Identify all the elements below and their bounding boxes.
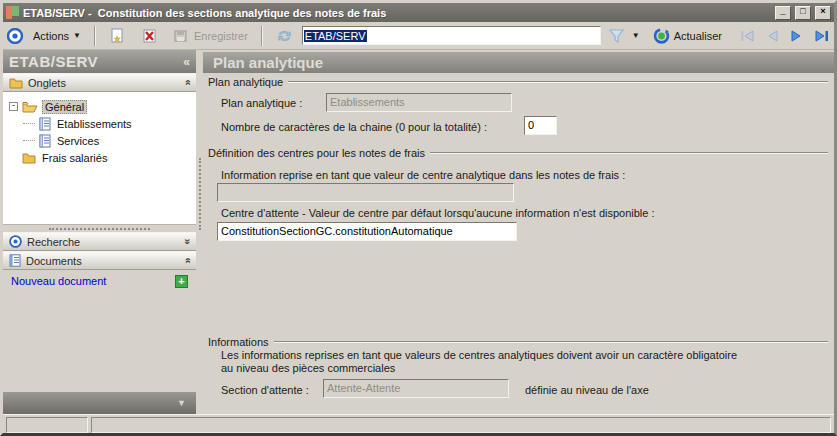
plan-analytique-label: Plan analytique :: [221, 97, 302, 109]
document-icon: [9, 254, 21, 267]
nb-caracteres-field[interactable]: 0: [524, 116, 557, 135]
new-document-icon: [109, 28, 126, 44]
expand-down-icon: »: [181, 238, 192, 244]
panel-header-documents[interactable]: Documents »: [3, 251, 196, 270]
sidebar: ETAB/SERV « Onglets » - Général: [3, 50, 196, 414]
status-panel-left: [6, 417, 88, 433]
sidebar-header: ETAB/SERV «: [3, 50, 196, 73]
sync-arrows-icon: [276, 28, 293, 44]
section-attente-field: Attente-Attente: [323, 379, 509, 398]
combo-selected-text: ETAB/SERV: [304, 30, 367, 42]
delete-icon: [141, 28, 158, 44]
new-document-button[interactable]: [103, 25, 132, 47]
open-folder-icon: [22, 100, 38, 113]
status-panel-right: [91, 417, 831, 433]
nb-caracteres-label: Nombre de caractères de la chaine (0 pou…: [221, 121, 487, 133]
tree-expander-icon[interactable]: -: [9, 102, 18, 111]
nav-previous-icon[interactable]: [764, 29, 780, 43]
informations-note-line2: au niveau des pièces commerciales: [221, 362, 395, 374]
centre-attente-field[interactable]: ConstitutionSectionGC.constitutionAutoma…: [217, 222, 517, 241]
save-icon: [173, 28, 190, 44]
footer-down-arrow-icon: ▼: [177, 398, 186, 408]
document-icon: [39, 117, 51, 131]
bullseye-icon: [9, 235, 22, 248]
nav-next-icon[interactable]: [789, 29, 805, 43]
nav-first-icon[interactable]: [739, 29, 755, 43]
toolbar-separator: [261, 26, 263, 46]
onglets-tree: - Général Etablissements: [3, 92, 196, 225]
sidebar-horizontal-splitter[interactable]: [3, 225, 196, 232]
window-title: ETAB/SERV - Constitution des sections an…: [23, 7, 771, 19]
group-centres-legend: Définition des centres pour les notes de…: [208, 147, 828, 159]
collapse-up-icon: »: [181, 79, 192, 85]
main-toolbar: Actions ▼ Enregistrer ETAB/SER: [3, 22, 834, 50]
nouveau-document-link[interactable]: Nouveau document: [11, 275, 175, 287]
folder-icon: [22, 152, 36, 164]
sidebar-collapse-icon[interactable]: «: [183, 55, 190, 69]
status-bar: [3, 414, 834, 436]
section-attente-label: Section d'attente :: [221, 384, 309, 396]
plan-analytique-field: Etablissements: [326, 93, 512, 112]
app-icon: [6, 6, 19, 19]
tree-node-frais-salaries[interactable]: Frais salariés: [9, 149, 194, 166]
page-title-bar: Plan analytique: [203, 52, 834, 73]
filter-icon[interactable]: [608, 28, 625, 44]
context-combo-input[interactable]: ETAB/SERV: [302, 26, 601, 45]
toolbar-separator: [94, 26, 96, 46]
refresh-pair-button[interactable]: [270, 25, 299, 47]
tree-connector: [23, 123, 35, 124]
maximize-button[interactable]: □: [795, 6, 811, 20]
bullseye-icon: [7, 28, 24, 44]
centre-attente-label: Centre d'attente - Valeur de centre par …: [221, 207, 655, 219]
information-reprise-label: Information reprise en tant que valeur d…: [221, 169, 625, 181]
group-informations-legend: Informations: [208, 336, 828, 348]
actions-caret-icon: ▼: [73, 31, 81, 40]
delete-button[interactable]: [135, 25, 164, 47]
information-reprise-field: [217, 183, 514, 202]
informations-note-line1: Les informations reprises en tant que va…: [221, 349, 737, 361]
group-plan-legend: Plan analytique: [208, 76, 828, 88]
section-attente-suffix: définie au niveau de l'axe: [525, 384, 649, 396]
collapse-up-icon: »: [181, 257, 192, 263]
tree-node-etablissements[interactable]: Etablissements: [23, 115, 194, 132]
close-button[interactable]: ×: [815, 6, 831, 20]
nouveau-document-row: Nouveau document +: [3, 270, 196, 292]
tree-node-services[interactable]: Services: [23, 132, 194, 149]
folder-icon: [9, 77, 23, 89]
save-button[interactable]: Enregistrer: [167, 25, 254, 47]
add-document-icon[interactable]: +: [175, 275, 188, 288]
sidebar-footer-bar[interactable]: ▼: [3, 392, 196, 414]
app-window: ETAB/SERV - Constitution des sections an…: [0, 0, 837, 436]
main-panel: Plan analytique Plan analytique Plan ana…: [203, 50, 834, 414]
nav-last-icon[interactable]: [814, 29, 830, 43]
document-icon: [39, 134, 51, 148]
actualiser-icon: [653, 28, 670, 44]
panel-header-onglets[interactable]: Onglets »: [3, 73, 196, 92]
minimize-button[interactable]: _: [775, 6, 791, 20]
vertical-splitter[interactable]: [196, 50, 203, 414]
title-bar: ETAB/SERV - Constitution des sections an…: [3, 3, 834, 22]
page-title: Plan analytique: [213, 54, 323, 71]
actions-button[interactable]: Actions ▼: [27, 27, 87, 45]
record-navigation: [739, 29, 830, 43]
sidebar-title: ETAB/SERV: [9, 53, 183, 70]
actualiser-button[interactable]: Actualiser: [647, 25, 728, 47]
tree-node-general[interactable]: - Général: [9, 98, 194, 115]
tree-connector: [23, 140, 35, 141]
form-area: Plan analytique Plan analytique : Etabli…: [203, 73, 834, 414]
filter-caret-icon[interactable]: ▼: [632, 31, 640, 40]
panel-header-recherche[interactable]: Recherche »: [3, 232, 196, 251]
